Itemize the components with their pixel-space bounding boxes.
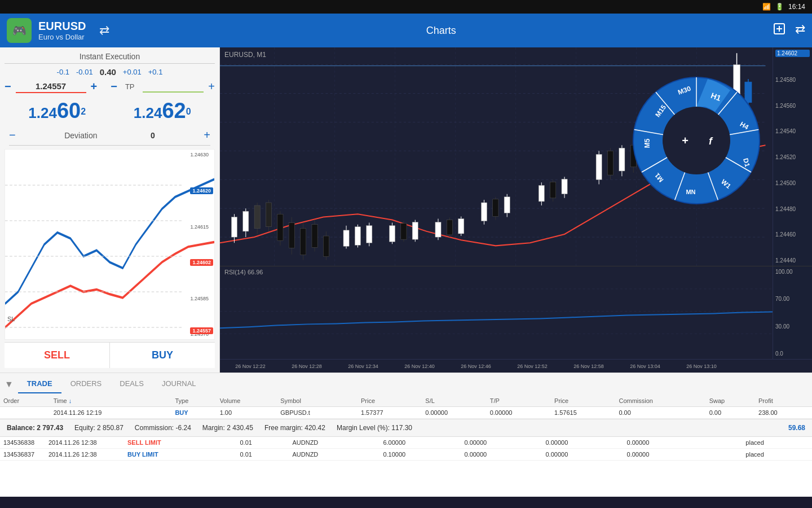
swap-icon[interactable]: ⇄ (99, 23, 109, 38)
col-commission: Commission (615, 395, 705, 407)
deviation-divider (9, 145, 210, 146)
svg-rect-67 (539, 185, 544, 202)
bottom-navigation: ▼ TRADE ORDERS DEALS JOURNAL (0, 373, 812, 395)
left-trading-panel: Instant Execution -0.1 -0.01 0.40 +0.01 … (0, 47, 220, 373)
svg-rect-39 (312, 225, 317, 248)
wifi-icon: 📶 (762, 3, 771, 11)
rsi-chart-area: RSI(14) 66.96 100.00 70.00 30.00 0.0 (220, 266, 812, 359)
margin-label: Margin: 2 430.45 (202, 424, 253, 432)
tab-journal[interactable]: JOURNAL (153, 375, 205, 393)
table-header-row: Order Time ↓ Type Volume Symbol Price S/… (0, 395, 812, 407)
header-swap-right-icon[interactable]: ⇄ (795, 22, 805, 39)
svg-rect-33 (277, 214, 283, 240)
svg-rect-71 (562, 179, 567, 194)
svg-rect-43 (343, 230, 349, 247)
price-level-3: 1.24560 (775, 103, 810, 109)
sl-value[interactable]: 1.24557 (16, 80, 86, 93)
table-row: 134536837 2014.11.26 12:38 BUY LIMIT 0.0… (0, 449, 812, 461)
col-order: Order (0, 395, 50, 407)
sl-plus-button[interactable]: + (91, 80, 98, 93)
chart-symbol-label: EURUSD, M1 (224, 51, 266, 59)
price-level-6: 1.24500 (775, 180, 810, 186)
prices-row: 1.24602 1.24620 (5, 99, 215, 123)
nav-collapse-arrow[interactable]: ▼ (5, 379, 14, 389)
col-time[interactable]: Time ↓ (50, 395, 172, 407)
time-0: 26 Nov 12:22 (222, 364, 279, 369)
svg-rect-49 (389, 226, 395, 242)
tf-plus-btn: + (682, 134, 689, 147)
header-right-actions: ⇄ (773, 22, 805, 39)
vol-plus-001[interactable]: +0.01 (123, 68, 142, 76)
battery-icon: 🔋 (775, 3, 784, 11)
price-level-5: 1.24520 (775, 154, 810, 160)
orders-table: 134536838 2014.11.26 12:38 SELL LIMIT 0.… (0, 437, 812, 461)
tab-trade[interactable]: TRADE (18, 375, 61, 393)
volume-adjusters: -0.1 -0.01 0.40 +0.01 +0.1 (5, 67, 215, 77)
svg-rect-63 (493, 199, 498, 217)
app-logo: 🎮 (7, 18, 32, 43)
status-bar: 📶 🔋 16:14 (0, 0, 812, 14)
svg-rect-37 (301, 229, 306, 255)
tp-plus-button[interactable]: + (208, 80, 215, 93)
time-6: 26 Nov 12:58 (561, 364, 617, 369)
col-price1: Price (358, 395, 422, 407)
sell-price: 1.24602 (28, 99, 86, 123)
volume-current: 0.40 (100, 67, 116, 77)
svg-rect-69 (550, 182, 556, 198)
trade-table-container: Order Time ↓ Type Volume Symbol Price S/… (0, 395, 812, 497)
time-display: 16:14 (788, 3, 805, 11)
col-volume: Volume (217, 395, 277, 407)
margin-level-label: Margin Level (%): 117.30 (337, 424, 412, 432)
svg-rect-75 (607, 151, 613, 175)
svg-rect-77 (619, 148, 625, 171)
svg-rect-51 (401, 224, 407, 240)
vol-plus-01[interactable]: +0.1 (148, 68, 163, 76)
time-1: 26 Nov 12:28 (279, 364, 335, 369)
price-axis: 1.24602 1.24580 1.24560 1.24540 1.24520 … (773, 47, 812, 266)
tp-value[interactable] (143, 81, 204, 93)
header: 🎮 EURUSD Euro vs Dollar ⇄ Charts ⇄ (0, 14, 812, 47)
header-title: EURUSD Euro vs Dollar (38, 20, 86, 41)
price-level-4: 1.24540 (775, 128, 810, 134)
svg-rect-47 (367, 226, 372, 243)
svg-rect-53 (412, 222, 418, 240)
tp-minus-button[interactable]: − (111, 80, 117, 93)
deviation-row: − Deviation 0 + (5, 129, 215, 142)
trade-table: Order Time ↓ Type Volume Symbol Price S/… (0, 395, 812, 419)
col-sl: S/L (422, 395, 486, 407)
table-row: 2014.11.26 12:19 BUY 1.00 GBPUSD.t 1.573… (0, 407, 812, 419)
vol-minus-01[interactable]: -0.1 (57, 68, 69, 76)
tab-orders[interactable]: ORDERS (61, 375, 111, 393)
sell-button[interactable]: SELL (5, 343, 109, 368)
time-5: 26 Nov 12:52 (504, 364, 561, 369)
action-buttons: SELL BUY (5, 342, 215, 368)
svg-rect-55 (435, 222, 441, 237)
price-level-7: 1.24480 (775, 206, 810, 212)
add-chart-button[interactable] (773, 22, 786, 39)
buy-button[interactable]: BUY (109, 343, 215, 368)
deviation-minus-button[interactable]: − (9, 129, 16, 142)
instant-execution-label: Instant Execution (5, 52, 215, 64)
svg-rect-45 (355, 227, 360, 246)
svg-rect-59 (458, 218, 464, 233)
svg-rect-27 (243, 211, 249, 231)
svg-rect-25 (231, 217, 237, 237)
time-axis: 26 Nov 12:22 26 Nov 12:28 26 Nov 12:34 2… (220, 359, 812, 373)
time-8: 26 Nov 13:10 (673, 364, 730, 369)
deviation-plus-button[interactable]: + (204, 129, 210, 142)
symbol-label: EURUSD (38, 20, 86, 33)
col-type: Type (171, 395, 216, 407)
tab-deals[interactable]: DEALS (111, 375, 153, 393)
svg-rect-29 (254, 205, 260, 229)
svg-rect-57 (447, 220, 452, 235)
time-3: 26 Nov 12:40 (391, 364, 448, 369)
svg-rect-35 (289, 223, 294, 248)
col-symbol: Symbol (277, 395, 358, 407)
svg-rect-41 (323, 236, 329, 257)
table-row: 134536838 2014.11.26 12:38 SELL LIMIT 0.… (0, 437, 812, 449)
sl-minus-button[interactable]: − (5, 80, 11, 93)
vol-minus-001[interactable]: -0.01 (76, 68, 93, 76)
timeframe-wheel[interactable]: H1 M30 M15 M5 M1 MN W1 D1 H4 + f (632, 76, 761, 205)
total-profit: 59.68 (788, 424, 805, 432)
mini-price-badge-1: 1.24620 (190, 187, 213, 194)
